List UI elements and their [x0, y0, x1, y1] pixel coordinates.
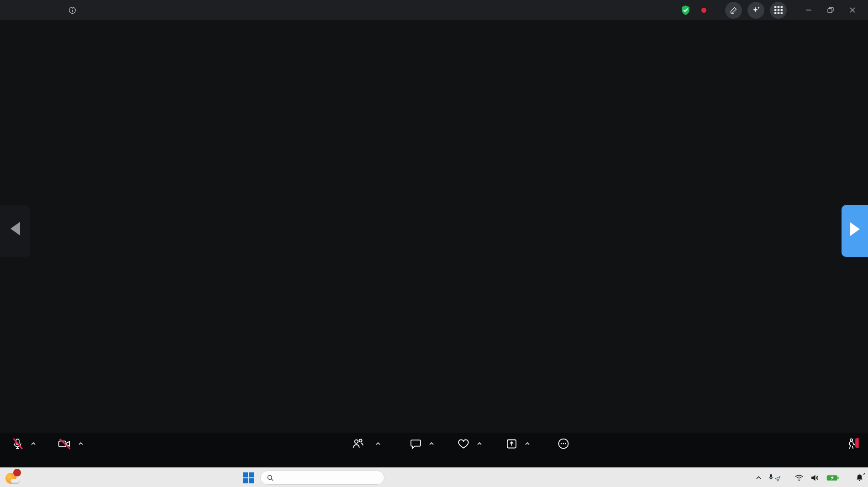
search-icon	[267, 474, 274, 482]
tray-chevron-icon[interactable]	[756, 476, 762, 480]
react-button[interactable]	[446, 433, 493, 467]
zoom-title-bar	[0, 0, 868, 20]
privacy-indicators	[768, 474, 781, 482]
zoom-toolbar	[0, 433, 868, 467]
participants-chevron[interactable]	[375, 442, 381, 445]
leave-door-icon	[846, 437, 860, 450]
more-button[interactable]	[542, 433, 584, 467]
rec-dot-icon	[701, 8, 706, 13]
windows-start-button[interactable]	[241, 471, 256, 485]
weather-icon	[5, 469, 21, 486]
annotate-button[interactable]	[725, 2, 742, 19]
leave-button[interactable]	[846, 433, 860, 467]
share-button[interactable]	[493, 433, 542, 467]
windows-logo-icon	[243, 472, 254, 483]
participants-button[interactable]	[334, 433, 398, 467]
ai-companion-button[interactable]	[747, 2, 764, 19]
grid-icon	[774, 6, 783, 14]
pencil-icon	[729, 6, 738, 15]
mic-in-use-icon	[768, 474, 773, 481]
chat-icon	[410, 438, 422, 450]
participants-icon	[352, 437, 364, 450]
recording-indicator	[701, 8, 710, 13]
share-chevron[interactable]	[525, 442, 530, 445]
volume-icon[interactable]	[810, 474, 820, 482]
arrow-left-icon	[11, 222, 20, 236]
video-button[interactable]	[53, 433, 88, 467]
mic-muted-icon	[11, 438, 24, 450]
heart-icon	[457, 437, 470, 450]
audio-options-chevron[interactable]	[31, 442, 36, 445]
battery-icon[interactable]	[826, 475, 839, 481]
windows-taskbar: z	[0, 467, 868, 487]
minimize-button[interactable]	[798, 0, 820, 20]
close-button[interactable]	[842, 0, 863, 20]
camera-muted-icon	[58, 438, 71, 450]
notification-badge	[13, 469, 21, 477]
chat-button[interactable]	[398, 433, 446, 467]
weather-widget[interactable]	[5, 469, 26, 486]
info-icon[interactable]	[68, 6, 76, 14]
location-in-use-icon	[774, 476, 781, 482]
more-ellipsis-icon	[557, 437, 570, 450]
chat-chevron[interactable]	[429, 442, 434, 445]
notifications-bell[interactable]: z	[855, 473, 864, 482]
bell-icon	[855, 473, 864, 482]
audio-button[interactable]	[6, 433, 41, 467]
arrow-right-icon	[850, 222, 860, 236]
taskbar-search[interactable]	[260, 471, 384, 485]
encryption-shield-icon[interactable]	[680, 5, 691, 16]
video-options-chevron[interactable]	[78, 442, 84, 445]
sparkle-icon	[752, 5, 761, 15]
share-screen-icon	[505, 438, 518, 450]
next-page-button[interactable]	[842, 205, 868, 257]
participant-gallery	[89, 37, 779, 427]
wifi-icon[interactable]	[794, 474, 804, 482]
apps-grid-button[interactable]	[770, 2, 787, 19]
react-chevron[interactable]	[477, 442, 482, 445]
previous-page-button[interactable]	[0, 205, 30, 257]
search-input[interactable]	[278, 474, 369, 482]
restore-button[interactable]	[820, 0, 842, 20]
